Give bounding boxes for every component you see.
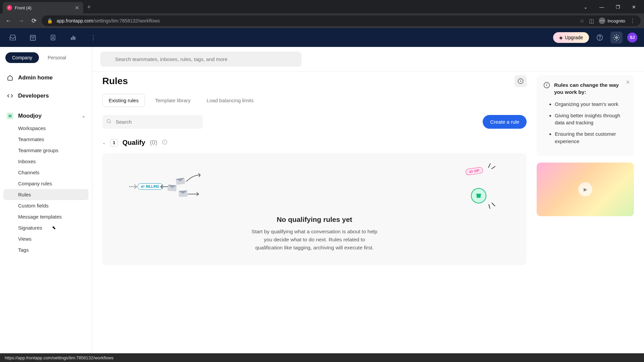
- info-bullet: Organizing your team's work: [555, 101, 627, 108]
- tab-template-library[interactable]: Template library: [149, 94, 197, 107]
- browser-tab[interactable]: F Front (4) ✕: [3, 2, 83, 13]
- lock-icon: 🔒: [47, 18, 53, 23]
- sidebar-item-teammates[interactable]: Teammates: [3, 134, 89, 145]
- sidebar-item-views[interactable]: Views: [3, 233, 89, 244]
- upgrade-label: Upgrade: [565, 35, 583, 40]
- sidebar-item-company-rules[interactable]: Company rules: [3, 178, 89, 189]
- sidebar-item-custom-fields[interactable]: Custom fields: [3, 200, 89, 211]
- empty-description: Start by qualifying what a conversation …: [251, 228, 378, 252]
- inbox-icon[interactable]: [7, 32, 19, 44]
- chevron-down-icon: ⌄: [82, 114, 85, 118]
- info-bullet: Ensuring the best customer experience: [555, 130, 627, 145]
- upgrade-button[interactable]: ◈ Upgrade: [553, 32, 589, 43]
- close-icon[interactable]: ✕: [75, 5, 79, 11]
- tag-vip-icon: 🏷 VIP: [465, 167, 483, 175]
- svg-rect-7: [74, 37, 75, 40]
- bookmark-icon[interactable]: ☆: [580, 18, 584, 24]
- info-icon[interactable]: [162, 139, 167, 146]
- svg-rect-5: [71, 38, 72, 40]
- empty-illustration: 🏷 BILLING 🏷 VIP: [119, 163, 510, 210]
- scope-toggle: Company Personal: [3, 52, 89, 63]
- maximize-icon[interactable]: ❐: [610, 2, 625, 12]
- app-topbar: 31 ⋮ ◈ Upgrade SJ: [0, 28, 644, 47]
- chevron-down-icon: ⌄: [102, 140, 106, 145]
- more-icon[interactable]: ⋮: [87, 32, 99, 44]
- page-info-button[interactable]: [515, 75, 527, 87]
- back-icon[interactable]: ←: [3, 16, 13, 26]
- browser-menu-icon[interactable]: ⋮: [630, 18, 635, 24]
- new-tab-button[interactable]: +: [83, 1, 95, 13]
- section-header[interactable]: ⌄ 1 Qualify (0): [102, 139, 527, 146]
- spark-icon: [491, 202, 495, 206]
- sidebar-item-rules[interactable]: Rules: [3, 189, 89, 200]
- tabs-dropdown-icon[interactable]: ⌄: [578, 2, 593, 12]
- sidebar-item-channels[interactable]: Channels: [3, 167, 89, 178]
- minimize-icon[interactable]: —: [594, 2, 609, 12]
- extensions-icon[interactable]: ◫: [589, 18, 594, 24]
- sidebar-item-workspaces[interactable]: Workspaces: [3, 123, 89, 134]
- calendar-icon[interactable]: 31: [27, 32, 39, 44]
- settings-icon[interactable]: [610, 32, 623, 44]
- svg-point-9: [600, 39, 600, 39]
- incognito-indicator[interactable]: 👓 Incognito: [599, 17, 625, 24]
- workspace-name: Moodjoy: [18, 113, 42, 119]
- rules-search-input[interactable]: [102, 115, 203, 129]
- sidebar-item-teammate-groups[interactable]: Teammate groups: [3, 145, 89, 156]
- arrow-icon: [186, 173, 203, 183]
- url-text: app.frontapp.com/settings/tim:7858132/wo…: [57, 18, 160, 23]
- browser-toolbar: ← → ⟳ 🔒 app.frontapp.com/settings/tim:78…: [0, 13, 644, 28]
- global-search-input[interactable]: [100, 52, 302, 67]
- developers-link[interactable]: Developers: [3, 89, 89, 103]
- avatar[interactable]: SJ: [627, 33, 637, 43]
- section-count: (0): [150, 139, 157, 146]
- tab-existing-rules[interactable]: Existing rules: [102, 94, 145, 107]
- envelope-icon: [167, 185, 176, 191]
- address-bar[interactable]: 🔒 app.frontapp.com/settings/tim:7858132/…: [42, 15, 641, 26]
- create-rule-button[interactable]: Create a rule: [483, 115, 527, 129]
- admin-home-label: Admin home: [18, 74, 53, 81]
- svg-rect-21: [477, 195, 481, 198]
- svg-point-16: [107, 119, 110, 123]
- sidebar-item-tags[interactable]: Tags: [3, 244, 89, 255]
- analytics-icon[interactable]: [67, 32, 79, 44]
- tabs: Existing rules Template library Load bal…: [102, 94, 527, 107]
- home-icon: [7, 75, 13, 81]
- svg-point-4: [52, 36, 54, 38]
- search-icon: [106, 119, 111, 125]
- info-panel: ✕ Rules can change the way you work by: …: [537, 75, 634, 156]
- sidebar-item-message-templates[interactable]: Message templates: [3, 211, 89, 222]
- close-icon[interactable]: ✕: [626, 79, 630, 85]
- incognito-label: Incognito: [607, 18, 625, 23]
- video-thumbnail[interactable]: ▶: [537, 163, 634, 216]
- diamond-icon: ◈: [559, 35, 563, 40]
- sidebar-item-signatures[interactable]: Signatures: [3, 222, 89, 233]
- search-row: [92, 47, 644, 71]
- scope-company-button[interactable]: Company: [5, 52, 39, 63]
- sidebar-item-inboxes[interactable]: Inboxes: [3, 156, 89, 167]
- info-panel-title: Rules can change the way you work by:: [554, 82, 627, 96]
- admin-home-link[interactable]: Admin home: [3, 71, 89, 84]
- arrow-icon: [129, 183, 139, 190]
- tab-load-balancing[interactable]: Load balancing limits: [201, 94, 260, 107]
- spark-icon: [488, 163, 491, 168]
- status-url: https://app.frontapp.com/settings/tim:78…: [5, 355, 113, 360]
- spark-icon: [491, 166, 496, 169]
- contacts-icon[interactable]: [47, 32, 59, 44]
- window-close-icon[interactable]: ✕: [627, 2, 641, 12]
- section-number: 1: [110, 139, 118, 146]
- spark-icon: [488, 204, 490, 209]
- help-icon[interactable]: [594, 32, 606, 44]
- workspace-header[interactable]: M Moodjoy ⌄: [3, 109, 89, 123]
- workspace-badge: M: [7, 113, 13, 119]
- address-bar-actions: ☆ ◫ 👓 Incognito ⋮: [580, 17, 635, 24]
- info-icon: [543, 82, 550, 90]
- reload-icon[interactable]: ⟳: [29, 16, 39, 26]
- svg-line-17: [110, 122, 111, 123]
- svg-point-10: [616, 37, 618, 39]
- empty-state-card: 🏷 BILLING 🏷 VIP: [102, 153, 527, 265]
- window-controls: ⌄ — ❐ ✕: [578, 2, 644, 13]
- forward-icon[interactable]: →: [16, 16, 26, 26]
- status-bar: https://app.frontapp.com/settings/tim:78…: [0, 353, 644, 362]
- scope-personal-button[interactable]: Personal: [41, 52, 73, 63]
- page-title: Rules: [102, 76, 128, 86]
